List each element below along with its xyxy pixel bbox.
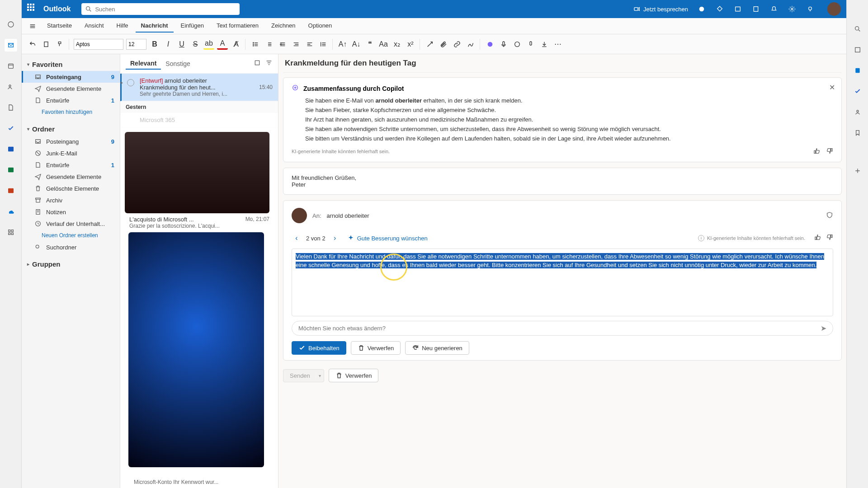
discard-mail-button[interactable]: Verwerfen <box>329 369 379 382</box>
info-icon[interactable]: i <box>698 235 704 241</box>
italic-icon[interactable]: I <box>163 39 174 50</box>
prev-draft-button[interactable]: ‹ <box>292 233 302 243</box>
loop-icon[interactable] <box>512 39 523 50</box>
add-favorite-link[interactable]: Favoriten hinzufügen <box>22 106 120 118</box>
bold-icon[interactable]: B <box>149 39 160 50</box>
calendar-icon[interactable] <box>5 60 17 72</box>
refine-input[interactable] <box>298 325 821 332</box>
ribbon-tab-hilfe[interactable]: Hilfe <box>111 19 134 33</box>
copilot-toolbar-icon[interactable] <box>485 39 495 50</box>
home-icon[interactable] <box>5 18 17 31</box>
folder-item-entw-rfe[interactable]: Entwürfe1 <box>22 94 120 106</box>
undo-icon[interactable] <box>27 39 38 50</box>
ribbon-tab-ansicht[interactable]: Ansicht <box>79 19 109 33</box>
line-spacing-icon[interactable] <box>318 39 329 50</box>
discard-draft-button[interactable]: Verwerfen <box>351 341 401 355</box>
signature-icon[interactable] <box>465 39 476 50</box>
bell-icon[interactable] <box>769 5 778 14</box>
word-icon[interactable] <box>5 143 17 155</box>
onedrive-icon[interactable] <box>5 205 17 218</box>
dictate-icon[interactable] <box>525 39 536 50</box>
decrease-font-icon[interactable]: A↓ <box>351 39 362 50</box>
chevron-right-icon[interactable]: ▸ <box>121 80 123 85</box>
tab-focused[interactable]: Relevant <box>126 58 161 70</box>
folder-item-gesendete-elemente[interactable]: Gesendete Elemente <box>22 83 120 94</box>
folder-item-entw-rfe[interactable]: Entwürfe1 <box>22 159 120 171</box>
close-icon[interactable]: ✕ <box>829 83 835 92</box>
more-icon[interactable]: ⋯ <box>552 39 563 50</box>
folder-item-gesendete-elemente[interactable]: Gesendete Elemente <box>22 171 120 183</box>
tasks-icon[interactable] <box>851 85 864 98</box>
highlight-icon[interactable]: ab <box>203 39 214 50</box>
search-right-icon[interactable] <box>851 23 864 35</box>
styles-icon[interactable] <box>425 39 435 50</box>
folder-item-archiv[interactable]: Archiv <box>22 194 120 206</box>
increase-font-icon[interactable]: A↑ <box>337 39 348 50</box>
tab-other[interactable]: Sonstige <box>161 58 194 69</box>
thumbs-down-icon[interactable] <box>826 234 833 243</box>
select-all-icon[interactable] <box>254 59 261 68</box>
font-color-icon[interactable]: A <box>217 39 228 50</box>
add-app-icon[interactable] <box>851 164 864 177</box>
diamond-icon[interactable] <box>715 5 724 14</box>
groups-section[interactable]: ▸Gruppen <box>22 258 120 271</box>
superscript-icon[interactable]: x² <box>405 39 416 50</box>
tips-icon[interactable] <box>806 5 815 14</box>
change-case-icon[interactable]: Aa <box>378 39 389 50</box>
day-icon[interactable] <box>851 64 864 77</box>
day-view-icon[interactable] <box>751 5 760 14</box>
gear-icon[interactable] <box>788 5 797 14</box>
paste-icon[interactable] <box>41 39 52 50</box>
draft-body[interactable]: Vielen Dank für Ihre Nachricht und dafür… <box>292 249 833 316</box>
contacts-right-icon[interactable] <box>851 106 864 118</box>
ribbon-tab-zeichnen[interactable]: Zeichnen <box>266 19 301 33</box>
people-icon[interactable] <box>5 80 17 93</box>
teams-icon[interactable] <box>697 5 706 14</box>
message-item[interactable]: ▸ [Entwurf] arnold oberleiter Krankmeldu… <box>120 74 278 101</box>
ribbon-tab-text-formatieren[interactable]: Text formatieren <box>211 19 264 33</box>
mic-icon[interactable] <box>498 39 509 50</box>
subscript-icon[interactable]: x₂ <box>392 39 402 50</box>
excel-icon[interactable] <box>5 164 17 176</box>
download-icon[interactable] <box>539 39 550 50</box>
calendar-right-icon[interactable] <box>851 43 864 56</box>
send-refine-icon[interactable]: ➤ <box>821 324 826 333</box>
format-painter-icon[interactable] <box>54 39 65 50</box>
message-item[interactable]: Microsoft 365 <box>120 113 278 127</box>
folder-item-gel-schte-elemente[interactable]: Gelöschte Elemente <box>22 183 120 194</box>
thumbs-down-icon[interactable] <box>826 147 833 155</box>
indent-icon[interactable] <box>291 39 302 50</box>
keep-button[interactable]: Beibehalten <box>292 341 346 355</box>
next-draft-button[interactable]: › <box>330 233 340 243</box>
search-input[interactable] <box>95 6 236 13</box>
ribbon-tab-einfügen[interactable]: Einfügen <box>175 19 209 33</box>
thumbs-up-icon[interactable] <box>814 234 821 243</box>
folder-item-junk-e-mail[interactable]: Junk-E-Mail <box>22 147 120 159</box>
font-size-select[interactable] <box>126 39 146 50</box>
copilot-suggestion[interactable]: Gute Besserung wünschen <box>347 235 428 242</box>
folder-item-notizen[interactable]: Notizen <box>22 206 120 218</box>
thumbs-up-icon[interactable] <box>813 147 821 155</box>
new-folder-link[interactable]: Neuen Ordner erstellen <box>22 230 120 241</box>
filter-icon[interactable] <box>265 59 273 68</box>
app-launcher-icon[interactable] <box>27 4 38 14</box>
recipient-chip[interactable]: arnold oberleiter <box>327 212 369 219</box>
bullets-icon[interactable] <box>250 39 261 50</box>
search-box[interactable] <box>81 3 240 15</box>
ribbon-tab-optionen[interactable]: Optionen <box>303 19 338 33</box>
user-avatar[interactable] <box>827 2 841 16</box>
mail-icon[interactable] <box>5 39 17 52</box>
attach-icon[interactable] <box>438 39 449 50</box>
align-icon[interactable] <box>304 39 315 50</box>
folder-item-posteingang[interactable]: Posteingang9 <box>22 71 120 83</box>
underline-icon[interactable]: U <box>176 39 187 50</box>
link-icon[interactable] <box>452 39 462 50</box>
shield-icon[interactable] <box>826 211 833 220</box>
bookmarks-icon[interactable] <box>851 127 864 139</box>
quote-icon[interactable]: ❝ <box>364 39 375 50</box>
ribbon-tab-nachricht[interactable]: Nachricht <box>136 19 174 33</box>
hamburger-icon[interactable] <box>25 19 40 33</box>
clear-format-icon[interactable]: A̸ <box>231 39 241 50</box>
files-icon[interactable] <box>5 101 17 114</box>
news-icon[interactable] <box>733 5 742 14</box>
